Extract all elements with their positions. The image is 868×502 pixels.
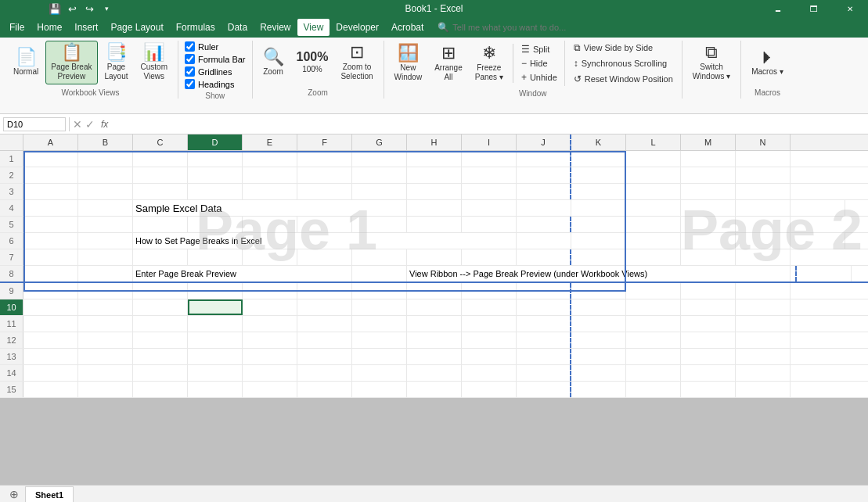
cell-D9[interactable] — [188, 283, 243, 299]
cell-L7[interactable] — [626, 249, 681, 265]
cell-K1[interactable] — [571, 151, 626, 167]
cell-E10[interactable] — [243, 299, 297, 315]
cell-D10[interactable] — [188, 299, 243, 315]
cell-H1[interactable] — [407, 151, 462, 167]
redo-icon[interactable]: ↪ — [81, 2, 97, 16]
tell-me-input[interactable] — [452, 23, 593, 32]
formula-bar-checkbox-row[interactable]: Formula Bar — [183, 53, 247, 65]
cell-C8[interactable]: Enter Page Break Preview — [133, 266, 352, 281]
cell-N4[interactable] — [791, 200, 845, 216]
cell-A9[interactable] — [23, 283, 78, 299]
cell-M5[interactable] — [681, 217, 736, 232]
menu-developer[interactable]: Developer — [330, 19, 385, 36]
cell-B1[interactable] — [78, 151, 133, 167]
cell-I5[interactable] — [462, 217, 517, 232]
cell-B6[interactable] — [78, 233, 133, 249]
cell-H10[interactable] — [407, 299, 462, 315]
cell-N10[interactable] — [736, 299, 791, 315]
cell-F9[interactable] — [297, 283, 352, 299]
confirm-formula-icon[interactable]: ✓ — [85, 118, 95, 131]
formula-bar-checkbox[interactable] — [185, 54, 195, 64]
macros-button[interactable]: ⏵ Macros ▾ — [746, 41, 789, 84]
cell-B9[interactable] — [78, 283, 133, 299]
cell-F2[interactable] — [297, 167, 352, 183]
cell-N7[interactable] — [736, 249, 791, 265]
cell-J8[interactable] — [791, 266, 797, 281]
cell-N6[interactable] — [791, 233, 845, 249]
cell-H5[interactable] — [407, 217, 462, 232]
menu-home[interactable]: Home — [31, 19, 68, 36]
cell-K6[interactable] — [626, 233, 681, 249]
hide-button[interactable]: − Hide — [517, 56, 561, 70]
cell-J4[interactable] — [571, 200, 626, 216]
view-side-by-side-button[interactable]: ⧉ View Side by Side — [570, 41, 677, 55]
cell-C4[interactable]: Sample Excel Data — [133, 200, 407, 216]
cell-H9[interactable] — [407, 283, 462, 299]
menu-file[interactable]: File — [3, 19, 31, 36]
col-header-C[interactable]: C — [133, 134, 188, 150]
cell-F8[interactable] — [352, 266, 407, 281]
cell-A8[interactable] — [23, 266, 78, 281]
menu-view[interactable]: View — [297, 19, 330, 36]
col-header-B[interactable]: B — [78, 134, 133, 150]
cell-B2[interactable] — [78, 167, 133, 183]
cell-C2[interactable] — [133, 167, 188, 183]
cell-B10[interactable] — [78, 299, 133, 315]
zoom-button[interactable]: 🔍 Zoom — [258, 41, 290, 84]
col-header-K[interactable]: K — [571, 134, 626, 150]
formula-input[interactable] — [114, 120, 865, 129]
freeze-panes-button[interactable]: ❄ FreezePanes ▾ — [470, 41, 509, 85]
col-header-H[interactable]: H — [407, 134, 462, 150]
col-header-J[interactable]: J — [517, 134, 571, 150]
cell-K3[interactable] — [571, 184, 626, 199]
cell-B5[interactable] — [78, 217, 133, 232]
cell-M2[interactable] — [681, 167, 736, 183]
cell-I3[interactable] — [462, 184, 517, 199]
col-header-E[interactable]: E — [243, 134, 297, 150]
cell-A5[interactable] — [23, 217, 78, 232]
cell-C9[interactable] — [133, 283, 188, 299]
switch-windows-button[interactable]: ⧉ SwitchWindows ▾ — [687, 41, 736, 84]
cell-A3[interactable] — [23, 184, 78, 199]
cell-L2[interactable] — [626, 167, 681, 183]
cell-N5[interactable] — [736, 217, 791, 232]
synchronous-scrolling-button[interactable]: ↕ Synchronous Scrolling — [570, 56, 677, 70]
cell-M3[interactable] — [681, 184, 736, 199]
gridlines-checkbox-row[interactable]: Gridlines — [183, 66, 247, 77]
menu-acrobat[interactable]: Acrobat — [385, 19, 430, 36]
cell-J9[interactable] — [517, 283, 571, 299]
cell-A4[interactable] — [23, 200, 78, 216]
cell-I1[interactable] — [462, 151, 517, 167]
cell-N1[interactable] — [736, 151, 791, 167]
cell-L8[interactable] — [852, 266, 868, 281]
cell-A7[interactable] — [23, 249, 78, 265]
cell-I4[interactable] — [517, 200, 571, 216]
cell-A10[interactable] — [23, 299, 78, 315]
cell-J10[interactable] — [517, 299, 571, 315]
cell-A1[interactable] — [23, 151, 78, 167]
col-header-N[interactable]: N — [736, 134, 791, 150]
cell-J3[interactable] — [517, 184, 571, 199]
page-break-preview-button[interactable]: 📋 Page BreakPreview — [45, 41, 97, 84]
cell-C6[interactable]: How to Set Page Breaks in Excel — [133, 233, 517, 249]
custom-views-button[interactable]: 📊 CustomViews — [135, 41, 173, 84]
cell-C10[interactable] — [133, 299, 188, 315]
ruler-checkbox-row[interactable]: Ruler — [183, 41, 247, 52]
cell-H4[interactable] — [462, 200, 517, 216]
cell-M9[interactable] — [681, 283, 736, 299]
menu-insert[interactable]: Insert — [68, 19, 104, 36]
cell-L4[interactable] — [681, 200, 736, 216]
menu-page-layout[interactable]: Page Layout — [104, 19, 169, 36]
headings-checkbox-row[interactable]: Headings — [183, 78, 247, 90]
cell-N9[interactable] — [736, 283, 791, 299]
qa-dropdown-icon[interactable]: ▾ — [99, 2, 114, 16]
cell-J6[interactable] — [571, 233, 626, 249]
cell-I7[interactable] — [462, 249, 517, 265]
reset-window-position-button[interactable]: ↺ Reset Window Position — [570, 72, 677, 86]
cell-D7[interactable] — [188, 249, 243, 265]
unhide-button[interactable]: + Unhide — [517, 70, 561, 84]
cell-L6[interactable] — [681, 233, 736, 249]
cell-K7[interactable] — [571, 249, 626, 265]
cell-C7[interactable] — [133, 249, 188, 265]
cell-M7[interactable] — [681, 249, 736, 265]
